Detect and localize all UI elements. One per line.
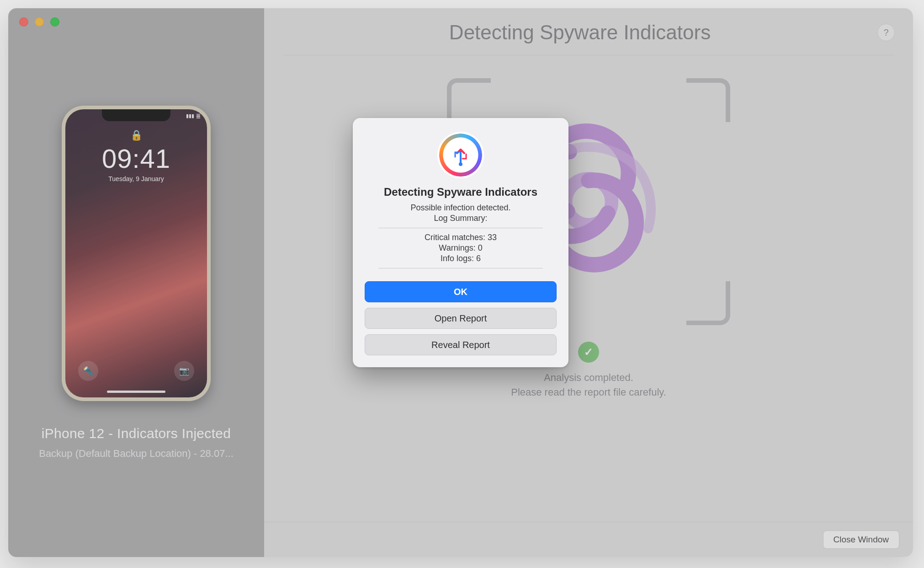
open-report-button[interactable]: Open Report — [365, 308, 557, 329]
app-window: ▮▮▮䷀ 🔒 09:41 Tuesday, 9 January 🔦 📷 iPho… — [8, 8, 913, 557]
alert-message-1: Possible infection detected. — [365, 203, 557, 213]
app-icon — [437, 132, 484, 178]
alert-sheet: Detecting Spyware Indicators Possible in… — [353, 118, 568, 367]
alert-divider-2 — [378, 268, 543, 268]
alert-divider-1 — [378, 228, 543, 228]
svg-point-2 — [459, 162, 462, 166]
warnings-count: Warnings: 0 — [365, 243, 557, 253]
alert-title: Detecting Spyware Indicators — [365, 186, 557, 198]
ok-button[interactable]: OK — [365, 281, 557, 302]
alert-message-2: Log Summary: — [365, 214, 557, 223]
critical-matches: Critical matches: 33 — [365, 233, 557, 242]
reveal-report-button[interactable]: Reveal Report — [365, 334, 557, 355]
info-logs-count: Info logs: 6 — [365, 254, 557, 263]
